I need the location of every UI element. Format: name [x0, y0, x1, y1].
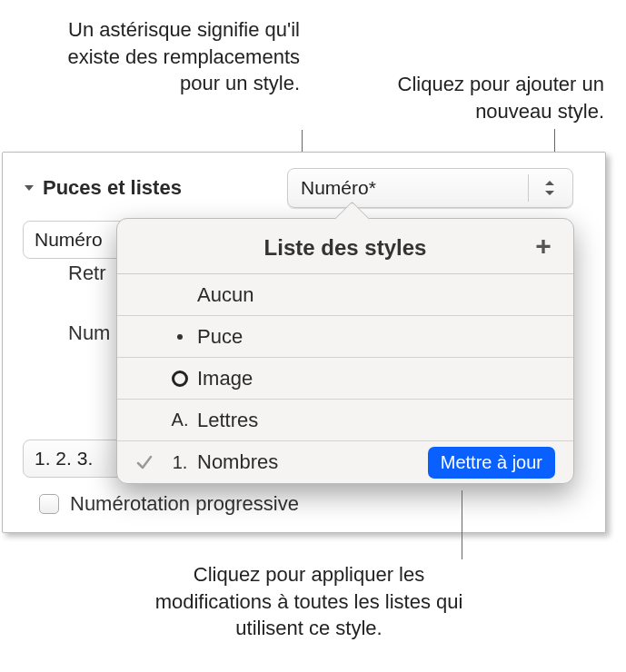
style-item-image[interactable]: Image: [117, 358, 573, 400]
callout-update: Cliquez pour appliquer les modifications…: [145, 561, 472, 642]
chevron-down-icon: [23, 182, 35, 194]
style-item-numbers[interactable]: 1. Nombres Mettre à jour: [117, 441, 573, 483]
style-item-letters[interactable]: A. Lettres: [117, 400, 573, 441]
style-item-none[interactable]: Aucun: [117, 274, 573, 316]
section-toggle[interactable]: Puces et listes: [23, 176, 182, 200]
retrait-label: Retr: [68, 262, 110, 285]
checkmark-icon: [126, 453, 163, 471]
popover-title: Liste des styles: [264, 235, 427, 260]
side-labels: Retr Num: [68, 262, 110, 381]
list-styles-popover: Liste des styles + Aucun Puce Image A. L…: [116, 218, 574, 484]
ring-icon: [163, 371, 197, 387]
number-format-value: 1. 2. 3.: [35, 448, 93, 469]
styles-list: Aucun Puce Image A. Lettres 1. Nombres M…: [117, 273, 573, 483]
style-item-label: Image: [197, 367, 555, 390]
leader-line: [462, 490, 462, 559]
section-title-label: Puces et listes: [43, 176, 182, 200]
style-item-label: Aucun: [197, 283, 555, 307]
numero-field-value: Numéro: [35, 229, 103, 251]
callout-asterisk: Un astérisque signifie qu'il existe des …: [36, 16, 300, 97]
separator: [528, 174, 529, 202]
numbers-prefix: 1.: [163, 452, 197, 473]
progressive-numbering-label: Numérotation progressive: [70, 492, 299, 516]
style-item-label: Lettres: [197, 409, 555, 432]
letters-prefix: A.: [163, 410, 197, 430]
callout-add-style: Cliquez pour ajouter un nouveau style.: [341, 71, 604, 124]
style-item-label: Puce: [197, 325, 555, 349]
style-item-label: Nombres: [197, 450, 428, 474]
numero-label: Num: [68, 321, 110, 345]
list-style-select[interactable]: Numéro*: [287, 168, 573, 208]
list-style-value: Numéro*: [301, 177, 376, 199]
style-item-bullet[interactable]: Puce: [117, 316, 573, 358]
add-style-button[interactable]: +: [530, 233, 557, 261]
update-style-button[interactable]: Mettre à jour: [428, 447, 555, 479]
bullet-icon: [163, 334, 197, 340]
progressive-numbering-checkbox[interactable]: [39, 494, 59, 514]
updown-icon: [542, 178, 558, 198]
